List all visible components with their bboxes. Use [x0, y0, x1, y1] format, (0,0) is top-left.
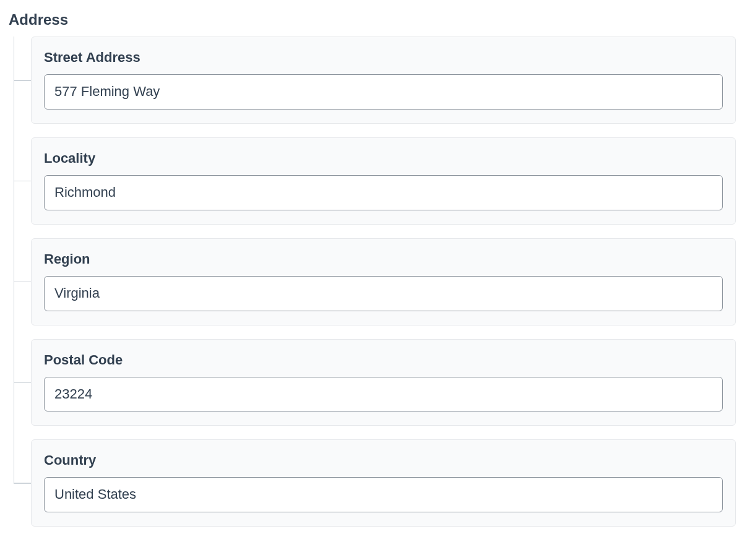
locality-card: Locality — [31, 137, 736, 225]
country-input[interactable] — [44, 477, 723, 512]
postal-code-label: Postal Code — [44, 352, 723, 368]
region-label: Region — [44, 251, 723, 267]
street-address-label: Street Address — [44, 50, 723, 66]
street-address-input[interactable] — [44, 74, 723, 110]
postal-code-card: Postal Code — [31, 339, 736, 426]
country-label: Country — [44, 452, 723, 468]
address-section-title: Address — [9, 10, 736, 29]
country-item: Country — [31, 439, 736, 527]
street-address-card: Street Address — [31, 37, 736, 124]
address-fields-tree: Street Address Locality Region Postal Co… — [0, 37, 736, 527]
region-item: Region — [31, 238, 736, 325]
locality-input[interactable] — [44, 175, 723, 210]
postal-code-input[interactable] — [44, 377, 723, 412]
region-input[interactable] — [44, 276, 723, 311]
country-card: Country — [31, 439, 736, 527]
locality-item: Locality — [31, 137, 736, 225]
postal-code-item: Postal Code — [31, 339, 736, 426]
street-address-item: Street Address — [31, 37, 736, 124]
locality-label: Locality — [44, 150, 723, 166]
region-card: Region — [31, 238, 736, 325]
